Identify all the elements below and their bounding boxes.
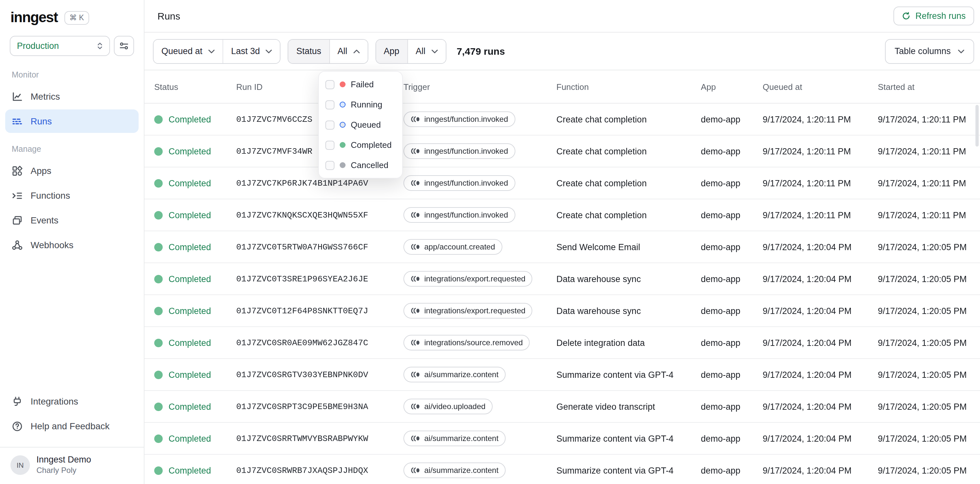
table-row[interactable]: Completed 01J7ZVC7KP6RJK74B1NP14PA6V inn…: [145, 167, 980, 199]
status-option-label: Cancelled: [351, 160, 388, 170]
table-columns-button[interactable]: Table columns: [885, 39, 974, 64]
nav-section-label: Monitor: [0, 60, 144, 83]
checkbox[interactable]: [325, 80, 334, 89]
checkbox[interactable]: [325, 161, 334, 170]
environment-value: Production: [17, 41, 59, 51]
table-row[interactable]: Completed 01J7ZVC0SRWRB7JXAQSPJJHDQX ai/…: [145, 454, 980, 484]
status-dot-icon: [154, 307, 163, 315]
status-label: Completed: [169, 114, 211, 124]
checkbox[interactable]: [325, 100, 334, 109]
checkbox[interactable]: [325, 120, 334, 129]
run-id: 01J7ZVC0T12F64P8SNKTT0EQ7J: [236, 306, 404, 316]
trigger-badge[interactable]: integrations/export.requested: [404, 303, 533, 318]
table-row[interactable]: Completed 01J7ZVC0SRPT3C9PE5BME9H3NA ai/…: [145, 390, 980, 422]
trigger-badge[interactable]: ai/summarize.content: [404, 367, 506, 382]
event-icon: [410, 467, 420, 474]
sidebar-item-help-and-feedback[interactable]: Help and Feedback: [5, 414, 138, 438]
table-row[interactable]: Completed 01J7ZVC0T5RTW0A7HGWSS766CF app…: [145, 231, 980, 262]
trigger-cell: ai/summarize.content: [404, 431, 556, 446]
status-filter-option-failed[interactable]: Failed: [319, 74, 402, 94]
trigger-badge[interactable]: ai/summarize.content: [404, 463, 506, 478]
sidebar-item-metrics[interactable]: Metrics: [5, 85, 138, 108]
status-filter-dropdown[interactable]: All: [329, 39, 368, 63]
app-filter-dropdown[interactable]: All: [408, 39, 445, 63]
status-filter-option-cancelled[interactable]: Cancelled: [319, 155, 402, 175]
status-color-dot-icon: [340, 102, 345, 107]
time-range-dropdown[interactable]: Last 3d: [223, 39, 280, 63]
refresh-icon: [902, 12, 910, 20]
trigger-badge[interactable]: ai/summarize.content: [404, 431, 506, 446]
status-label: Completed: [169, 274, 211, 284]
event-icon: [410, 180, 420, 186]
sidebar-item-runs[interactable]: Runs: [5, 109, 138, 133]
time-filter-group: Queued at Last 3d: [153, 39, 281, 64]
refresh-runs-button[interactable]: Refresh runs: [893, 6, 974, 26]
trigger-name: integrations/export.requested: [424, 306, 525, 315]
table-row[interactable]: Completed 01J7ZVC0SRGTV303YEBNPNK0DV ai/…: [145, 358, 980, 390]
trigger-badge[interactable]: inngest/function.invoked: [404, 175, 515, 191]
column-header-function: Function: [556, 82, 701, 91]
status-filter-option-completed[interactable]: Completed: [319, 135, 402, 155]
app-name: demo-app: [701, 210, 763, 220]
help-icon: [12, 420, 23, 431]
user-text: Inngest Demo Charly Poly: [37, 455, 91, 475]
queued-at: 9/17/2024, 1:20:04 PM: [763, 306, 878, 316]
table-row[interactable]: Completed 01J7ZVC0SRRTWMVYBSRABPWYKW ai/…: [145, 422, 980, 454]
run-status-cell: Completed: [145, 242, 236, 252]
time-field-dropdown[interactable]: Queued at: [154, 39, 223, 63]
started-at: 9/17/2024, 1:20:05 PM: [878, 433, 980, 443]
chevron-down-icon: [431, 49, 438, 53]
table-row[interactable]: Completed 01J7ZVC0SR0AE09MW62JGZ847C int…: [145, 326, 980, 358]
column-header-queued-at: Queued at: [763, 82, 878, 91]
trigger-badge[interactable]: integrations/export.requested: [404, 271, 533, 287]
environment-selector[interactable]: Production: [10, 36, 110, 56]
vertical-scrollbar[interactable]: [975, 105, 979, 147]
function-name: Data warehouse sync: [556, 306, 701, 316]
queued-at: 9/17/2024, 1:20:04 PM: [763, 242, 878, 252]
app-name: demo-app: [701, 146, 763, 156]
run-status-cell: Completed: [145, 178, 236, 188]
table-row[interactable]: Completed 01J7ZVC0T12F64P8SNKTT0EQ7J int…: [145, 294, 980, 326]
trigger-badge[interactable]: inngest/function.invoked: [404, 112, 515, 127]
app-filter-group: App All: [375, 39, 446, 64]
checkbox[interactable]: [325, 141, 334, 150]
table-row[interactable]: Completed 01J7ZVC7KNQKSCXQE3HQWN55XF inn…: [145, 199, 980, 231]
trigger-badge[interactable]: inngest/function.invoked: [404, 143, 515, 159]
queued-at: 9/17/2024, 1:20:04 PM: [763, 433, 878, 443]
chevron-down-icon: [958, 49, 964, 53]
started-at: 9/17/2024, 1:20:11 PM: [878, 178, 980, 188]
table-row[interactable]: Completed 01J7ZVC7MVF34WR inngest/functi…: [145, 135, 980, 167]
status-option-label: Failed: [351, 80, 374, 89]
column-header-app: App: [701, 82, 763, 91]
status-filter-value: All: [337, 46, 347, 56]
table-row[interactable]: Completed 01J7ZVC0T3SRE1P96SYEA2J6JE int…: [145, 262, 980, 294]
status-filter-option-running[interactable]: Running: [319, 94, 402, 115]
run-status-cell: Completed: [145, 338, 236, 348]
app-name: demo-app: [701, 433, 763, 443]
user-card[interactable]: IN Inngest Demo Charly Poly: [0, 447, 144, 484]
trigger-badge[interactable]: integrations/source.removed: [404, 335, 530, 350]
queued-at: 9/17/2024, 1:20:11 PM: [763, 210, 878, 220]
run-id: 01J7ZVC0SRPT3C9PE5BME9H3NA: [236, 402, 404, 411]
sidebar-item-events[interactable]: Events: [5, 208, 138, 232]
table-columns-label: Table columns: [894, 46, 951, 56]
trigger-badge[interactable]: inngest/function.invoked: [404, 207, 515, 223]
environment-settings-button[interactable]: [114, 36, 134, 56]
sidebar-item-integrations[interactable]: Integrations: [5, 390, 138, 413]
trigger-cell: app/account.created: [404, 239, 556, 255]
trigger-badge[interactable]: ai/video.uploaded: [404, 399, 493, 414]
trigger-cell: inngest/function.invoked: [404, 143, 556, 159]
run-id: 01J7ZVC0T5RTW0A7HGWSS766CF: [236, 242, 404, 252]
command-k-badge[interactable]: ⌘ K: [64, 11, 89, 24]
status-label: Completed: [169, 306, 211, 316]
column-header-status: Status: [145, 82, 236, 91]
trigger-badge[interactable]: app/account.created: [404, 239, 502, 255]
status-color-dot-icon: [340, 142, 345, 148]
app-name: demo-app: [701, 242, 763, 252]
sidebar-item-functions[interactable]: Functions: [5, 184, 138, 207]
sidebar-item-webhooks[interactable]: Webhooks: [5, 233, 138, 257]
sidebar-item-apps[interactable]: Apps: [5, 159, 138, 182]
status-filter-option-queued[interactable]: Queued: [319, 115, 402, 135]
table-row[interactable]: Completed 01J7ZVC7MV6CCZS inngest/functi…: [145, 103, 980, 135]
queued-at: 9/17/2024, 1:20:04 PM: [763, 274, 878, 284]
